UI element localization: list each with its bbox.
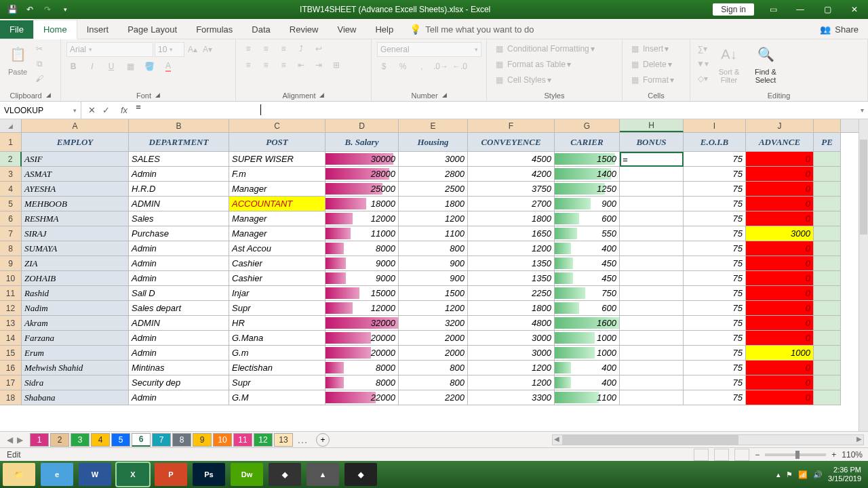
header-cell[interactable]: ADVANCE — [746, 133, 814, 152]
cell[interactable]: 30000 — [326, 152, 399, 167]
sheet-tab-6[interactable]: 6 — [132, 433, 151, 447]
cell[interactable]: Manager — [229, 226, 326, 241]
cell[interactable]: 800 — [399, 241, 468, 256]
cell[interactable] — [620, 182, 684, 197]
italic-icon[interactable]: I — [85, 60, 99, 73]
column-header-G[interactable]: G — [555, 119, 620, 132]
cell[interactable] — [814, 211, 841, 226]
row-header[interactable]: 9 — [0, 256, 22, 271]
cell[interactable] — [620, 331, 684, 346]
cell[interactable] — [620, 375, 684, 390]
cell[interactable]: 400 — [555, 361, 620, 375]
zoom-level[interactable]: 110% — [842, 450, 863, 460]
format-cells-button[interactable]: ▦Format ▾ — [628, 73, 674, 87]
header-cell[interactable]: Housing — [399, 133, 468, 152]
cell[interactable]: 1200 — [468, 375, 555, 390]
cell[interactable]: 8000 — [326, 375, 399, 390]
header-cell[interactable]: PE — [814, 133, 841, 152]
fx-label[interactable]: fx — [117, 105, 132, 115]
cell[interactable] — [814, 226, 841, 241]
tab-insert[interactable]: Insert — [77, 20, 119, 39]
cell[interactable]: 75 — [684, 361, 746, 375]
cell[interactable]: 9000 — [326, 271, 399, 286]
cell[interactable]: 400 — [555, 375, 620, 390]
header-cell[interactable]: CONVEYENCE — [468, 133, 555, 152]
cell[interactable]: 0 — [746, 241, 814, 256]
cell[interactable]: SUPER WISER — [229, 152, 326, 167]
cell[interactable]: 1000 — [555, 331, 620, 346]
cell[interactable]: 2250 — [468, 286, 555, 301]
normal-view-icon[interactable] — [694, 449, 709, 461]
cell[interactable]: ADMIN — [129, 316, 229, 331]
cell[interactable]: 1400 — [555, 167, 620, 182]
column-header-F[interactable]: F — [468, 119, 555, 132]
cell[interactable]: 1350 — [468, 256, 555, 271]
cell[interactable]: 75 — [684, 167, 746, 182]
cell[interactable]: 1500 — [399, 286, 468, 301]
cell[interactable]: Supr — [229, 375, 326, 390]
cell[interactable]: H.R.D — [129, 182, 229, 197]
cell[interactable]: 3200 — [399, 316, 468, 331]
cell[interactable]: Mehwish Shahid — [22, 361, 129, 375]
header-cell[interactable]: EMPLOY — [22, 133, 129, 152]
cell[interactable]: Ast Accou — [229, 241, 326, 256]
app-icon-2[interactable]: ▲ — [307, 463, 339, 486]
wrap-text-icon[interactable]: ↩ — [312, 42, 326, 56]
clear-icon[interactable]: ◇▾ — [696, 72, 709, 85]
bold-icon[interactable]: B — [66, 60, 80, 73]
underline-icon[interactable]: U — [104, 60, 118, 73]
increase-font-icon[interactable]: A▴ — [186, 43, 199, 56]
header-cell[interactable]: POST — [229, 133, 326, 152]
cell[interactable] — [814, 361, 841, 375]
active-cell[interactable]: = — [620, 152, 684, 167]
excel-icon[interactable]: X — [117, 463, 149, 486]
cell[interactable]: ZIA — [22, 256, 129, 271]
header-cell[interactable]: CARIER — [555, 133, 620, 152]
cell[interactable] — [620, 316, 684, 331]
align-center-icon[interactable]: ≡ — [259, 58, 273, 72]
cell[interactable]: 0 — [746, 301, 814, 316]
enter-formula-icon[interactable]: ✓ — [102, 105, 110, 115]
cell[interactable] — [620, 241, 684, 256]
decrease-decimal-icon[interactable]: ←.0 — [453, 60, 467, 73]
column-header-A[interactable]: A — [22, 119, 129, 132]
cell[interactable]: Cashier — [229, 271, 326, 286]
cell[interactable] — [814, 152, 841, 167]
cell[interactable]: Admin — [129, 271, 229, 286]
cell[interactable]: Injar — [229, 286, 326, 301]
cell[interactable]: 75 — [684, 211, 746, 226]
tab-view[interactable]: View — [328, 20, 366, 39]
cell[interactable]: 12000 — [326, 211, 399, 226]
cell[interactable]: 1250 — [555, 182, 620, 197]
row-header-1[interactable]: 1 — [0, 133, 22, 152]
cell[interactable] — [620, 167, 684, 182]
cell[interactable]: Sall D — [129, 286, 229, 301]
cell[interactable]: G.m — [229, 346, 326, 361]
page-break-view-icon[interactable] — [734, 449, 749, 461]
cell[interactable]: 75 — [684, 375, 746, 390]
paste-icon[interactable]: 📋 — [5, 42, 30, 66]
ribbon-display-icon[interactable]: ▭ — [760, 0, 787, 19]
cell[interactable]: 12000 — [326, 301, 399, 316]
row-header[interactable]: 6 — [0, 211, 22, 226]
cell[interactable]: 1000 — [555, 346, 620, 361]
cell[interactable]: G.Mana — [229, 331, 326, 346]
page-layout-view-icon[interactable] — [714, 449, 729, 461]
vertical-scrollbar[interactable] — [859, 119, 868, 431]
row-header[interactable]: 7 — [0, 226, 22, 241]
cell[interactable]: 1350 — [468, 271, 555, 286]
cell[interactable] — [620, 390, 684, 405]
cell[interactable]: Nadim — [22, 301, 129, 316]
formula-bar-input[interactable]: = — [132, 102, 856, 119]
powerpoint-icon[interactable]: P — [155, 463, 187, 486]
cell[interactable]: 1800 — [399, 197, 468, 211]
header-cell[interactable]: B. Salary — [326, 133, 399, 152]
cell[interactable]: Farzana — [22, 331, 129, 346]
cell[interactable]: 2200 — [399, 390, 468, 405]
cell[interactable]: AYESHA — [22, 182, 129, 197]
cell[interactable] — [814, 256, 841, 271]
sort-filter-icon[interactable]: A↓ — [717, 42, 741, 66]
tab-home[interactable]: Home — [33, 20, 77, 39]
maximize-icon[interactable]: ▢ — [814, 0, 841, 19]
row-header[interactable]: 10 — [0, 271, 22, 286]
